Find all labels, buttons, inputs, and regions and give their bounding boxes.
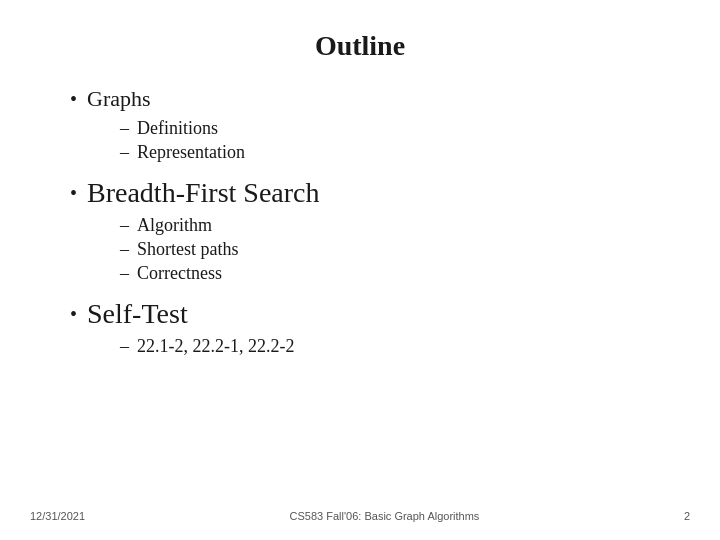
bullet-symbol-bfs: • (70, 182, 77, 205)
bullet-symbol-selftest: • (70, 303, 77, 326)
slide-footer: 12/31/2021 CS583 Fall'06: Basic Graph Al… (0, 510, 720, 522)
section-graphs-header: • Graphs (70, 86, 660, 112)
dash-definitions: – (120, 118, 129, 139)
section-bfs: • Breadth-First Search – Algorithm – Sho… (70, 177, 660, 284)
sub-item-shortest-paths: – Shortest paths (120, 239, 660, 260)
sub-item-correctness: – Correctness (120, 263, 660, 284)
dash-correctness: – (120, 263, 129, 284)
dash-exercises: – (120, 336, 129, 357)
sub-item-exercises-text: 22.1-2, 22.2-1, 22.2-2 (137, 336, 294, 357)
sub-item-correctness-text: Correctness (137, 263, 222, 284)
footer-page: 2 (684, 510, 690, 522)
sub-item-shortest-paths-text: Shortest paths (137, 239, 239, 260)
section-graphs-label: Graphs (87, 86, 151, 112)
dash-shortest-paths: – (120, 239, 129, 260)
footer-date: 12/31/2021 (30, 510, 85, 522)
slide-title: Outline (60, 30, 660, 62)
section-selftest: • Self-Test – 22.1-2, 22.2-1, 22.2-2 (70, 298, 660, 357)
selftest-sub-items: – 22.1-2, 22.2-1, 22.2-2 (70, 336, 660, 357)
sub-item-algorithm-text: Algorithm (137, 215, 212, 236)
sub-item-representation: – Representation (120, 142, 660, 163)
bfs-sub-items: – Algorithm – Shortest paths – Correctne… (70, 215, 660, 284)
dash-algorithm: – (120, 215, 129, 236)
footer-course: CS583 Fall'06: Basic Graph Algorithms (290, 510, 480, 522)
sub-item-representation-text: Representation (137, 142, 245, 163)
section-graphs: • Graphs – Definitions – Representation (70, 86, 660, 163)
graphs-sub-items: – Definitions – Representation (70, 118, 660, 163)
section-selftest-label: Self-Test (87, 298, 188, 330)
sub-item-exercises: – 22.1-2, 22.2-1, 22.2-2 (120, 336, 660, 357)
sub-item-definitions-text: Definitions (137, 118, 218, 139)
dash-representation: – (120, 142, 129, 163)
sub-item-definitions: – Definitions (120, 118, 660, 139)
section-bfs-label: Breadth-First Search (87, 177, 320, 209)
bullet-symbol-graphs: • (70, 88, 77, 111)
slide-content: • Graphs – Definitions – Representation … (60, 86, 660, 357)
section-selftest-header: • Self-Test (70, 298, 660, 330)
section-bfs-header: • Breadth-First Search (70, 177, 660, 209)
sub-item-algorithm: – Algorithm (120, 215, 660, 236)
slide: Outline • Graphs – Definitions – Represe… (0, 0, 720, 540)
